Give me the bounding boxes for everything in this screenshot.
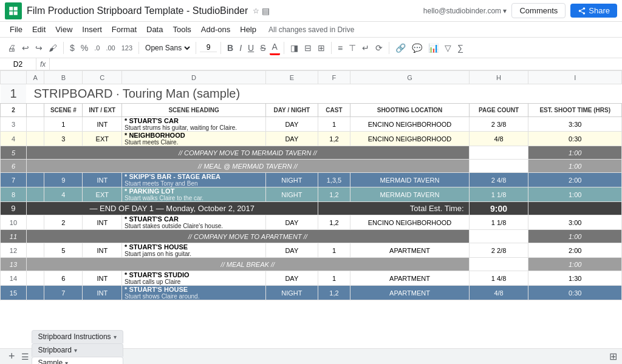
format-button[interactable]: 123 xyxy=(119,42,135,53)
row-num-1: 1 xyxy=(1,84,27,104)
menu-format[interactable]: Format xyxy=(107,24,142,35)
sep1 xyxy=(63,42,64,54)
header-shoot-time: EST. SHOOT TIME (HRS) xyxy=(528,104,622,117)
redo-button[interactable]: ↪ xyxy=(33,41,45,55)
chart-button[interactable]: 📊 xyxy=(426,41,441,55)
sheet-tab-sample[interactable]: Sample▾ xyxy=(32,357,123,365)
tab-label: Stripboard xyxy=(38,346,72,354)
cast: 1 xyxy=(318,271,350,286)
decimal-decrease-button[interactable]: .0 xyxy=(92,42,102,53)
header-scene-num: SCENE # xyxy=(44,104,83,117)
page-count-empty xyxy=(469,258,528,271)
currency-button[interactable]: $ xyxy=(67,41,77,55)
page-count: 4/8 xyxy=(469,286,528,300)
shoot-time: 2:00 xyxy=(528,173,622,187)
header-A xyxy=(26,104,44,117)
merge-button[interactable]: ⊞ xyxy=(315,41,327,55)
undo-button[interactable]: ↩ xyxy=(19,41,32,55)
int-ext: INT xyxy=(83,215,122,230)
shoot-time: 1:00 xyxy=(528,258,622,271)
shooting-location: ENCINO NEIGHBORHOOD xyxy=(350,132,469,146)
col-header-A: A xyxy=(26,71,44,84)
comments-button[interactable]: Comments xyxy=(511,3,566,18)
paint-format-button[interactable]: 🖌 xyxy=(46,41,60,55)
scene-heading: * STUART'S STUDIOStuart calls up Claire xyxy=(122,271,266,286)
row-num-13: 13 xyxy=(1,258,27,271)
filter-button[interactable]: ▽ xyxy=(442,41,454,55)
table-row: 146INT* STUART'S STUDIOStuart calls up C… xyxy=(1,271,622,286)
rotate-button[interactable]: ⟳ xyxy=(373,41,385,55)
share-button[interactable]: Share xyxy=(570,4,617,18)
formula-input[interactable] xyxy=(50,58,622,70)
sep3 xyxy=(196,42,196,54)
row-num-4: 4 xyxy=(1,132,27,146)
sheet-tab-stripboard[interactable]: Stripboard▾ xyxy=(32,343,123,357)
app-icon xyxy=(5,2,22,19)
align-button[interactable]: ≡ xyxy=(335,41,345,55)
valign-button[interactable]: ⊤ xyxy=(346,41,358,55)
percent-button[interactable]: % xyxy=(78,41,91,55)
menu-data[interactable]: Data xyxy=(142,24,168,35)
menu-insert[interactable]: Insert xyxy=(77,24,107,35)
print-button[interactable]: 🖨 xyxy=(5,41,18,55)
fill-color-button[interactable]: ◨ xyxy=(288,41,301,55)
bold-button[interactable]: B xyxy=(225,41,236,55)
font-color-button[interactable]: A xyxy=(270,40,280,55)
menu-addons[interactable]: Add-ons xyxy=(196,24,235,35)
font-size-input[interactable] xyxy=(200,43,217,52)
underline-button[interactable]: U xyxy=(245,41,256,55)
table-row: 11// COMPANY MOVE TO APARTMENT //1:00 xyxy=(1,230,622,243)
menu-file[interactable]: File xyxy=(5,24,27,35)
svg-rect-2 xyxy=(9,11,13,15)
span-message: // COMPANY MOVE TO MERMAID TAVERN // xyxy=(26,146,469,160)
title-cell[interactable]: STRIPBOARD · Touring Man (sample) xyxy=(26,84,621,104)
shoot-time: 1:00 xyxy=(528,160,622,173)
tab-label: Stripboard Instructions xyxy=(38,332,111,341)
sheet-container[interactable]: A B C D E F G H I 1 STRIPBOARD · Touring… xyxy=(0,70,622,348)
user-email: hello@studiobinder.com ▾ xyxy=(423,7,507,15)
borders-button[interactable]: ⊟ xyxy=(302,41,314,55)
svg-rect-0 xyxy=(9,7,13,10)
header-scene-heading: SCENE HEADING xyxy=(122,104,266,117)
sheet-list-button[interactable]: ☰ xyxy=(19,352,32,362)
wrap-button[interactable]: ↵ xyxy=(360,41,372,55)
span-message: // COMPANY MOVE TO APARTMENT // xyxy=(26,230,469,243)
header-int-ext: INT / EXT xyxy=(83,104,122,117)
table-row: 84EXT* PARKING LOTStuart walks Claire to… xyxy=(1,187,622,202)
name-box[interactable] xyxy=(0,58,36,70)
functions-button[interactable]: ∑ xyxy=(455,41,466,55)
shoot-time: 1:00 xyxy=(528,146,622,160)
add-sheet-button[interactable]: + xyxy=(5,350,19,363)
col-header-G: G xyxy=(350,71,469,84)
folder-icon[interactable]: ▤ xyxy=(262,6,270,16)
shoot-time: 2:00 xyxy=(528,243,622,258)
toolbar: 🖨 ↩ ↪ 🖌 $ % .0 .00 123 Open Sans B I U S… xyxy=(0,38,622,58)
link-button[interactable]: 🔗 xyxy=(393,41,408,55)
font-selector[interactable]: Open Sans xyxy=(143,43,192,53)
page-count-empty xyxy=(469,230,528,243)
scene-heading: * STUART'S CARStuart strums his guitar, … xyxy=(122,117,266,132)
page-count: 2 3/8 xyxy=(469,117,528,132)
sep7 xyxy=(389,42,389,54)
decimal-increase-button[interactable]: .00 xyxy=(103,42,117,53)
col-a xyxy=(26,117,44,132)
int-ext: EXT xyxy=(83,187,122,202)
star-icon[interactable]: ☆ xyxy=(253,7,259,15)
scene-number: 6 xyxy=(44,271,83,286)
menu-tools[interactable]: Tools xyxy=(168,24,196,35)
day-night: DAY xyxy=(266,215,318,230)
italic-button[interactable]: I xyxy=(237,41,244,55)
menu-edit[interactable]: Edit xyxy=(27,24,50,35)
col-header-B: B xyxy=(44,71,83,84)
strikethrough-button[interactable]: S xyxy=(258,41,268,55)
int-ext: EXT xyxy=(83,132,122,146)
tab-arrow: ▾ xyxy=(65,360,68,365)
span-message: // MEAL @ MERMAID TAVERN // xyxy=(26,160,469,173)
menu-view[interactable]: View xyxy=(50,24,77,35)
sheet-tab-stripboard-instructions[interactable]: Stripboard Instructions▾ xyxy=(32,330,123,343)
menu-help[interactable]: Help xyxy=(235,24,261,35)
comment-button[interactable]: 💬 xyxy=(409,41,425,55)
title-row: 1 STRIPBOARD · Touring Man (sample) xyxy=(1,84,622,104)
scene-heading: * SKIPP'S BAR - STAGE AREAStuart meets T… xyxy=(122,173,266,187)
page-count: 1 1/8 xyxy=(469,187,528,202)
